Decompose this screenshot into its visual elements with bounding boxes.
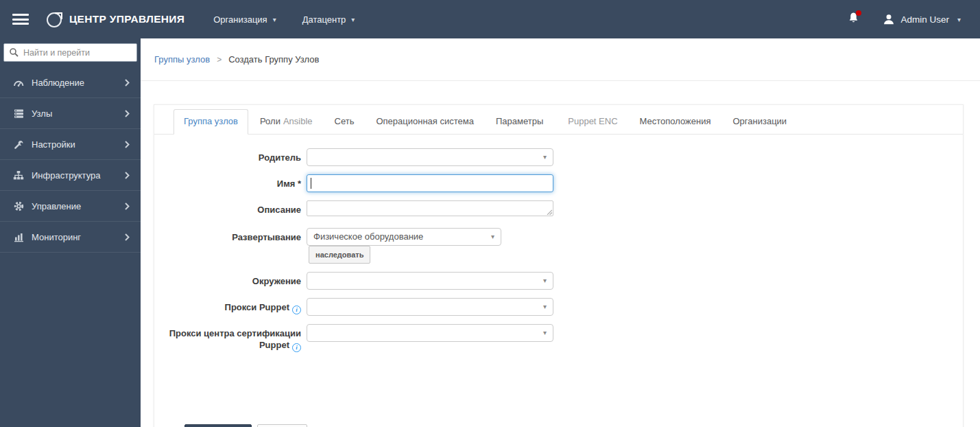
main-content: Группы узлов > Создать Группу Узлов Груп… xyxy=(141,38,980,427)
sidebar-item-infrastructure[interactable]: Инфраструктура xyxy=(0,160,141,191)
datacenter-menu[interactable]: Датацентр ▾ xyxy=(302,14,355,25)
tab-bar: Группа узлов РолиAnsible Сеть Операционн… xyxy=(154,105,963,135)
form-row-name: Имя * xyxy=(154,174,963,192)
notifications-button[interactable] xyxy=(848,12,859,27)
search-icon xyxy=(9,47,19,57)
user-menu[interactable]: Admin User ▾ xyxy=(883,13,961,25)
parent-label: Родитель xyxy=(154,148,307,166)
sidebar-item-monitoring[interactable]: Мониторинг xyxy=(0,222,141,253)
host-group-form: Родитель ▾ Имя * Описание xyxy=(154,135,963,427)
bar-chart-icon xyxy=(12,232,25,242)
form-card: Группа узлов РолиAnsible Сеть Операционн… xyxy=(154,104,964,427)
top-navbar: ЦЕНТР УПРАВЛЕНИЯ Организация ▾ Датацентр… xyxy=(0,0,980,38)
environment-select[interactable]: ▾ xyxy=(307,272,553,290)
breadcrumb: Группы узлов > Создать Группу Узлов xyxy=(141,38,980,81)
chevron-down-icon: ▾ xyxy=(957,16,961,23)
chevron-down-icon: ▾ xyxy=(543,277,547,284)
deploy-on-select[interactable]: Физическое оборудование ▾ xyxy=(307,228,501,246)
name-label: Имя * xyxy=(154,174,307,192)
cancel-button[interactable]: Отмена xyxy=(257,424,307,427)
chevron-right-icon xyxy=(125,203,130,210)
wrench-icon xyxy=(12,139,25,150)
tab-puppet-enc[interactable]: Puppet ENC xyxy=(555,109,628,134)
chevron-down-icon: ▾ xyxy=(491,233,494,240)
chevron-right-icon xyxy=(125,233,130,241)
form-row-environment: Окружение ▾ xyxy=(154,272,963,290)
sidebar-item-administer[interactable]: Управление xyxy=(0,191,141,222)
form-row-description: Описание xyxy=(154,200,963,216)
tab-host-group[interactable]: Группа узлов xyxy=(174,109,248,135)
search-input[interactable] xyxy=(3,43,137,62)
logo-circle-icon xyxy=(45,10,64,29)
sidebar-item-monitor[interactable]: Наблюдение xyxy=(0,67,141,98)
name-input[interactable] xyxy=(307,174,553,192)
gear-icon xyxy=(12,201,25,211)
brand-title: ЦЕНТР УПРАВЛЕНИЯ xyxy=(69,13,184,25)
chevron-right-icon xyxy=(125,141,130,148)
breadcrumb-host-groups-link[interactable]: Группы узлов xyxy=(154,54,210,65)
user-icon xyxy=(883,13,895,25)
tab-operating-system[interactable]: Операционная система xyxy=(366,109,484,134)
parent-select[interactable]: ▾ xyxy=(307,148,553,166)
form-row-deploy-on: Развертывание Физическое оборудование ▾ … xyxy=(154,228,963,264)
servers-icon xyxy=(12,108,25,119)
organization-menu[interactable]: Организация ▾ xyxy=(213,14,276,25)
form-row-puppet-ca-proxy: Прокси центра сертификации Puppeti ▾ xyxy=(154,324,963,352)
form-row-parent: Родитель ▾ xyxy=(154,148,963,166)
info-icon[interactable]: i xyxy=(292,305,301,314)
tab-parameters[interactable]: Параметры xyxy=(486,109,553,134)
chevron-right-icon xyxy=(125,110,130,117)
hamburger-menu-icon[interactable] xyxy=(12,14,29,25)
chevron-right-icon xyxy=(125,172,130,179)
form-actions: Применить Отмена xyxy=(154,424,963,427)
chevron-right-icon xyxy=(125,79,130,86)
breadcrumb-separator: > xyxy=(217,55,222,65)
brand-logo[interactable]: ЦЕНТР УПРАВЛЕНИЯ xyxy=(45,10,184,29)
form-row-puppet-proxy: Прокси Puppeti ▾ xyxy=(154,298,963,316)
deploy-on-label: Развертывание xyxy=(154,228,307,264)
puppet-ca-proxy-select[interactable]: ▾ xyxy=(307,324,553,342)
description-textarea[interactable] xyxy=(307,200,553,216)
chevron-down-icon: ▾ xyxy=(543,303,547,310)
chevron-down-icon: ▾ xyxy=(543,153,547,161)
sidebar: Наблюдение Узлы xyxy=(0,38,141,427)
puppet-proxy-select[interactable]: ▾ xyxy=(307,298,553,316)
puppet-proxy-label: Прокси Puppeti xyxy=(154,298,307,316)
submit-button[interactable]: Применить xyxy=(184,424,252,427)
sidebar-item-hosts[interactable]: Узлы xyxy=(0,98,141,129)
chevron-down-icon: ▾ xyxy=(273,16,276,23)
puppet-ca-proxy-label: Прокси центра сертификации Puppeti xyxy=(154,324,307,352)
tab-organizations[interactable]: Организации xyxy=(723,109,798,134)
environment-label: Окружение xyxy=(154,272,307,290)
chevron-down-icon: ▾ xyxy=(351,16,355,23)
info-icon[interactable]: i xyxy=(292,343,301,352)
sitemap-icon xyxy=(12,170,25,181)
notification-badge xyxy=(856,10,861,16)
tab-locations[interactable]: Местоположения xyxy=(630,109,721,134)
resize-handle-icon[interactable] xyxy=(546,209,552,215)
gauge-icon xyxy=(12,78,25,88)
user-name: Admin User xyxy=(900,14,949,25)
chevron-down-icon: ▾ xyxy=(543,329,547,336)
text-cursor xyxy=(311,178,311,189)
breadcrumb-current: Создать Группу Узлов xyxy=(228,54,319,65)
sidebar-item-configure[interactable]: Настройки xyxy=(0,129,141,160)
inherit-button[interactable]: наследовать xyxy=(309,246,370,264)
description-label: Описание xyxy=(154,200,307,216)
tab-ansible-roles[interactable]: РолиAnsible xyxy=(250,109,323,134)
tab-network[interactable]: Сеть xyxy=(324,109,365,134)
